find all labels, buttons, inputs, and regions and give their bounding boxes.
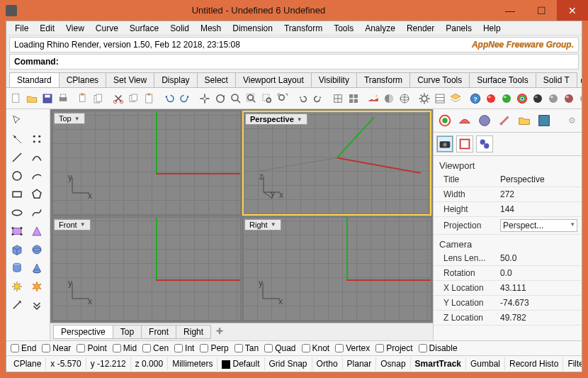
close-button[interactable]: ✕ (557, 0, 588, 21)
new-file-button[interactable] (9, 90, 23, 107)
layers-button[interactable] (448, 90, 463, 107)
undo-button[interactable] (162, 90, 176, 107)
cut-button[interactable] (111, 90, 125, 107)
osnap-checkbox[interactable] (42, 344, 50, 352)
move-tool-tool[interactable] (8, 296, 26, 313)
properties-button[interactable] (433, 90, 447, 107)
osnap-quad[interactable]: Quad (264, 343, 295, 353)
osnap-cen[interactable]: Cen (142, 343, 169, 353)
osnap-checkbox[interactable] (234, 344, 243, 352)
prop-row-x-location[interactable]: X Location43.111 (434, 281, 582, 296)
prop-row-y-location[interactable]: Y Location-74.673 (434, 296, 582, 311)
status-z[interactable]: z 0.000 (131, 357, 168, 370)
viewport-label[interactable]: Perspective ▼ (245, 113, 307, 125)
status-toggle-ortho[interactable]: Ortho (312, 357, 343, 370)
copy-clipboard-button[interactable] (76, 90, 90, 107)
status-toggle-osnap[interactable]: Osnap (376, 357, 410, 370)
menu-transform[interactable]: Transform (278, 22, 328, 35)
toolbar-tab-cplanes[interactable]: CPlanes (59, 72, 106, 87)
menu-analyze[interactable]: Analyze (359, 22, 401, 35)
osnap-checkbox[interactable] (375, 344, 384, 352)
redo-view-button[interactable] (311, 90, 325, 107)
viewport-perspective[interactable]: Perspective ▼zxy (242, 111, 431, 216)
menu-view[interactable]: View (60, 22, 90, 35)
osnap-checkbox[interactable] (419, 344, 427, 352)
prop-value[interactable]: Perspective (496, 172, 582, 187)
options-button[interactable] (417, 90, 431, 107)
status-layer[interactable]: Default (217, 357, 264, 370)
zoom-extents-button[interactable] (244, 90, 259, 107)
toolbar-tab-select[interactable]: Select (197, 72, 236, 87)
status-x[interactable]: x -5.570 (46, 357, 86, 370)
osnap-tan[interactable]: Tan (234, 343, 259, 353)
cone-tool[interactable] (28, 260, 46, 277)
menu-tools[interactable]: Tools (328, 22, 359, 35)
gear-tool-tool[interactable] (8, 278, 26, 295)
toolbar-tab-viewport-layout[interactable]: Viewport Layout (235, 72, 312, 87)
toolbar-tab-set-view[interactable]: Set View (106, 72, 154, 87)
toolbar-tab-standard[interactable]: Standard (9, 72, 60, 87)
prop-row-width[interactable]: Width272 (434, 187, 582, 202)
render-preview-button[interactable] (366, 90, 380, 107)
menu-surface[interactable]: Surface (124, 22, 164, 35)
osnap-checkbox[interactable] (200, 344, 208, 352)
sphere-6-button[interactable] (577, 90, 582, 107)
prop-value[interactable]: Perspect...▾ (496, 217, 582, 235)
ellipse-tool[interactable] (8, 204, 26, 221)
prop-row-projection[interactable]: ProjectionPerspect...▾ (434, 217, 582, 235)
surface-edge-tool[interactable] (8, 223, 26, 240)
prop-value[interactable]: 272 (496, 187, 582, 202)
menu-solid[interactable]: Solid (164, 22, 195, 35)
maximize-button[interactable]: ☐ (526, 0, 557, 21)
arc-tool[interactable] (28, 167, 46, 184)
sphere-5-button[interactable] (562, 90, 576, 107)
status-toggle-filter[interactable]: Filter (563, 357, 582, 370)
osnap-checkbox[interactable] (302, 344, 310, 352)
viewport-tab-right[interactable]: Right (176, 325, 211, 339)
open-file-button[interactable] (25, 90, 39, 107)
wireframe-button[interactable] (397, 90, 412, 107)
menu-file[interactable]: File (9, 22, 34, 35)
sphere-4-button[interactable] (546, 90, 560, 107)
paste2-button[interactable] (142, 90, 157, 107)
cplane-top-button[interactable] (331, 90, 345, 107)
viewport-top[interactable]: Top ▼yx (52, 111, 241, 216)
toolbar-tab-visibility[interactable]: Visibility (311, 72, 357, 87)
osnap-disable[interactable]: Disable (419, 343, 458, 353)
viewport-tab-top[interactable]: Top (113, 325, 142, 339)
status-toggle-gumbal[interactable]: Gumbal (466, 357, 505, 370)
toolbar-tab-surface-tools[interactable]: Surface Tools (469, 72, 536, 87)
osnap-checkbox[interactable] (174, 344, 183, 352)
gear-icon[interactable]: ⚙ (565, 116, 579, 126)
osnap-checkbox[interactable] (11, 344, 19, 352)
prop-row-height[interactable]: Height144 (434, 202, 582, 217)
osnap-project[interactable]: Project (375, 343, 412, 353)
menu-curve[interactable]: Curve (90, 22, 124, 35)
status-units[interactable]: Millimeters (168, 357, 217, 370)
osnap-near[interactable]: Near (42, 343, 71, 353)
explode-tool[interactable] (28, 278, 46, 295)
help-button[interactable]: ? (468, 90, 482, 107)
cylinder-tool[interactable] (8, 260, 26, 277)
status-toggle-grid-snap[interactable]: Grid Snap (265, 357, 312, 370)
prop-value[interactable]: 144 (496, 202, 582, 217)
box-tool[interactable] (8, 241, 26, 258)
osnap-checkbox[interactable] (113, 344, 121, 352)
rotate-view-button[interactable] (213, 90, 227, 107)
frame-mode-button[interactable] (456, 135, 473, 152)
camera-mode-button[interactable] (436, 135, 453, 152)
copy-button[interactable] (127, 90, 141, 107)
osnap-mid[interactable]: Mid (113, 343, 137, 353)
zoom-selected-button[interactable] (276, 90, 290, 107)
freeform-tool[interactable] (28, 204, 46, 221)
toolbar-tab-display[interactable]: Display (154, 72, 197, 87)
osnap-end[interactable]: End (11, 343, 36, 353)
menu-dimension[interactable]: Dimension (227, 22, 278, 35)
line-tool[interactable] (8, 149, 26, 166)
osnap-point[interactable]: Point (77, 343, 106, 353)
prop-value[interactable]: 0.0 (496, 266, 582, 281)
rainbow-button[interactable] (515, 90, 529, 107)
toolbar-tab-overflow[interactable]: ▸ (577, 73, 582, 87)
viewport-tab-perspective[interactable]: Perspective (53, 325, 113, 339)
environment-icon[interactable] (476, 112, 493, 129)
